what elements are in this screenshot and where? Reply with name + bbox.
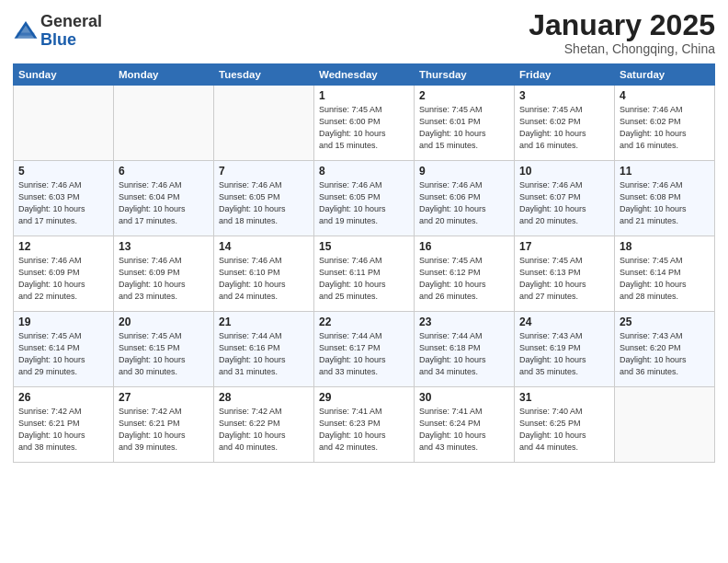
- day-info: Sunrise: 7:44 AM Sunset: 6:17 PM Dayligh…: [319, 330, 409, 378]
- day-number: 1: [319, 89, 409, 102]
- calendar-cell: 18Sunrise: 7:45 AM Sunset: 6:14 PM Dayli…: [615, 236, 715, 312]
- page: General Blue January 2025 Shetan, Chongq…: [0, 0, 728, 563]
- day-number: 23: [419, 316, 509, 328]
- day-info: Sunrise: 7:43 AM Sunset: 6:20 PM Dayligh…: [620, 330, 710, 378]
- calendar: SundayMondayTuesdayWednesdayThursdayFrid…: [13, 63, 715, 463]
- calendar-cell: 2Sunrise: 7:45 AM Sunset: 6:01 PM Daylig…: [415, 86, 515, 161]
- day-info: Sunrise: 7:44 AM Sunset: 6:16 PM Dayligh…: [219, 330, 309, 378]
- day-number: 19: [18, 316, 108, 328]
- day-info: Sunrise: 7:45 AM Sunset: 6:02 PM Dayligh…: [519, 104, 609, 152]
- calendar-cell: [214, 86, 314, 161]
- day-number: 15: [319, 240, 409, 253]
- logo: General Blue: [13, 13, 102, 50]
- calendar-cell: 20Sunrise: 7:45 AM Sunset: 6:15 PM Dayli…: [114, 312, 214, 387]
- day-info: Sunrise: 7:45 AM Sunset: 6:15 PM Dayligh…: [119, 330, 209, 378]
- month-title: January 2025: [529, 9, 715, 41]
- day-info: Sunrise: 7:40 AM Sunset: 6:25 PM Dayligh…: [519, 406, 609, 454]
- calendar-header-thursday: Thursday: [415, 64, 515, 86]
- calendar-cell: 23Sunrise: 7:44 AM Sunset: 6:18 PM Dayli…: [415, 312, 515, 387]
- day-info: Sunrise: 7:45 AM Sunset: 6:13 PM Dayligh…: [519, 255, 609, 303]
- calendar-cell: 16Sunrise: 7:45 AM Sunset: 6:12 PM Dayli…: [415, 236, 515, 312]
- day-info: Sunrise: 7:45 AM Sunset: 6:14 PM Dayligh…: [620, 255, 710, 303]
- calendar-week-3: 12Sunrise: 7:46 AM Sunset: 6:09 PM Dayli…: [14, 236, 715, 312]
- day-number: 13: [119, 240, 209, 253]
- logo-icon: [13, 18, 39, 44]
- day-info: Sunrise: 7:42 AM Sunset: 6:22 PM Dayligh…: [219, 406, 309, 454]
- calendar-cell: 9Sunrise: 7:46 AM Sunset: 6:06 PM Daylig…: [415, 161, 515, 236]
- day-number: 5: [18, 165, 108, 178]
- calendar-header-monday: Monday: [114, 64, 214, 86]
- day-number: 4: [620, 89, 710, 102]
- day-info: Sunrise: 7:46 AM Sunset: 6:08 PM Dayligh…: [620, 179, 710, 227]
- calendar-cell: 7Sunrise: 7:46 AM Sunset: 6:05 PM Daylig…: [214, 161, 314, 236]
- calendar-cell: 21Sunrise: 7:44 AM Sunset: 6:16 PM Dayli…: [214, 312, 314, 387]
- logo-text: General Blue: [40, 13, 102, 50]
- title-block: January 2025 Shetan, Chongqing, China: [529, 9, 715, 56]
- calendar-week-5: 26Sunrise: 7:42 AM Sunset: 6:21 PM Dayli…: [14, 387, 715, 463]
- calendar-cell: 25Sunrise: 7:43 AM Sunset: 6:20 PM Dayli…: [615, 312, 715, 387]
- day-number: 21: [219, 316, 309, 328]
- day-number: 29: [319, 391, 409, 404]
- day-info: Sunrise: 7:41 AM Sunset: 6:23 PM Dayligh…: [319, 406, 409, 454]
- day-number: 16: [419, 240, 509, 253]
- calendar-cell: 31Sunrise: 7:40 AM Sunset: 6:25 PM Dayli…: [515, 387, 615, 463]
- day-info: Sunrise: 7:46 AM Sunset: 6:10 PM Dayligh…: [219, 255, 309, 303]
- day-info: Sunrise: 7:46 AM Sunset: 6:05 PM Dayligh…: [219, 179, 309, 227]
- calendar-cell: 24Sunrise: 7:43 AM Sunset: 6:19 PM Dayli…: [515, 312, 615, 387]
- calendar-cell: 4Sunrise: 7:46 AM Sunset: 6:02 PM Daylig…: [615, 86, 715, 161]
- calendar-cell: 17Sunrise: 7:45 AM Sunset: 6:13 PM Dayli…: [515, 236, 615, 312]
- calendar-cell: 29Sunrise: 7:41 AM Sunset: 6:23 PM Dayli…: [314, 387, 415, 463]
- calendar-week-4: 19Sunrise: 7:45 AM Sunset: 6:14 PM Dayli…: [14, 312, 715, 387]
- day-info: Sunrise: 7:46 AM Sunset: 6:11 PM Dayligh…: [319, 255, 409, 303]
- calendar-cell: 26Sunrise: 7:42 AM Sunset: 6:21 PM Dayli…: [14, 387, 114, 463]
- calendar-cell: 8Sunrise: 7:46 AM Sunset: 6:05 PM Daylig…: [314, 161, 415, 236]
- calendar-cell: 3Sunrise: 7:45 AM Sunset: 6:02 PM Daylig…: [515, 86, 615, 161]
- calendar-cell: 19Sunrise: 7:45 AM Sunset: 6:14 PM Dayli…: [14, 312, 114, 387]
- calendar-week-2: 5Sunrise: 7:46 AM Sunset: 6:03 PM Daylig…: [14, 161, 715, 236]
- day-info: Sunrise: 7:46 AM Sunset: 6:07 PM Dayligh…: [519, 179, 609, 227]
- day-info: Sunrise: 7:42 AM Sunset: 6:21 PM Dayligh…: [18, 406, 108, 454]
- calendar-week-1: 1Sunrise: 7:45 AM Sunset: 6:00 PM Daylig…: [14, 86, 715, 161]
- day-number: 18: [620, 240, 710, 253]
- day-info: Sunrise: 7:42 AM Sunset: 6:21 PM Dayligh…: [119, 406, 209, 454]
- day-number: 11: [620, 165, 710, 178]
- day-info: Sunrise: 7:44 AM Sunset: 6:18 PM Dayligh…: [419, 330, 509, 378]
- calendar-header-tuesday: Tuesday: [214, 64, 314, 86]
- calendar-cell: [14, 86, 114, 161]
- logo-general: General: [40, 12, 102, 30]
- calendar-cell: 12Sunrise: 7:46 AM Sunset: 6:09 PM Dayli…: [14, 236, 114, 312]
- calendar-cell: 11Sunrise: 7:46 AM Sunset: 6:08 PM Dayli…: [615, 161, 715, 236]
- day-number: 14: [219, 240, 309, 253]
- calendar-cell: 27Sunrise: 7:42 AM Sunset: 6:21 PM Dayli…: [114, 387, 214, 463]
- calendar-cell: 22Sunrise: 7:44 AM Sunset: 6:17 PM Dayli…: [314, 312, 415, 387]
- day-number: 7: [219, 165, 309, 178]
- day-number: 31: [519, 391, 609, 404]
- day-number: 28: [219, 391, 309, 404]
- calendar-cell: 13Sunrise: 7:46 AM Sunset: 6:09 PM Dayli…: [114, 236, 214, 312]
- day-info: Sunrise: 7:43 AM Sunset: 6:19 PM Dayligh…: [519, 330, 609, 378]
- calendar-cell: 6Sunrise: 7:46 AM Sunset: 6:04 PM Daylig…: [114, 161, 214, 236]
- day-number: 22: [319, 316, 409, 328]
- calendar-header-saturday: Saturday: [615, 64, 715, 86]
- day-info: Sunrise: 7:46 AM Sunset: 6:06 PM Dayligh…: [419, 179, 509, 227]
- day-info: Sunrise: 7:45 AM Sunset: 6:00 PM Dayligh…: [319, 104, 409, 152]
- day-info: Sunrise: 7:45 AM Sunset: 6:14 PM Dayligh…: [18, 330, 108, 378]
- day-number: 27: [119, 391, 209, 404]
- day-info: Sunrise: 7:46 AM Sunset: 6:09 PM Dayligh…: [18, 255, 108, 303]
- calendar-cell: 1Sunrise: 7:45 AM Sunset: 6:00 PM Daylig…: [314, 86, 415, 161]
- day-number: 24: [519, 316, 609, 328]
- day-number: 2: [419, 89, 509, 102]
- day-number: 6: [119, 165, 209, 178]
- svg-rect-2: [17, 32, 35, 35]
- day-number: 8: [319, 165, 409, 178]
- calendar-cell: 30Sunrise: 7:41 AM Sunset: 6:24 PM Dayli…: [415, 387, 515, 463]
- day-info: Sunrise: 7:45 AM Sunset: 6:01 PM Dayligh…: [419, 104, 509, 152]
- day-info: Sunrise: 7:46 AM Sunset: 6:02 PM Dayligh…: [620, 104, 710, 152]
- logo-blue: Blue: [40, 30, 76, 49]
- calendar-cell: [615, 387, 715, 463]
- day-number: 12: [18, 240, 108, 253]
- calendar-cell: [114, 86, 214, 161]
- calendar-cell: 5Sunrise: 7:46 AM Sunset: 6:03 PM Daylig…: [14, 161, 114, 236]
- day-number: 25: [620, 316, 710, 328]
- day-info: Sunrise: 7:46 AM Sunset: 6:09 PM Dayligh…: [119, 255, 209, 303]
